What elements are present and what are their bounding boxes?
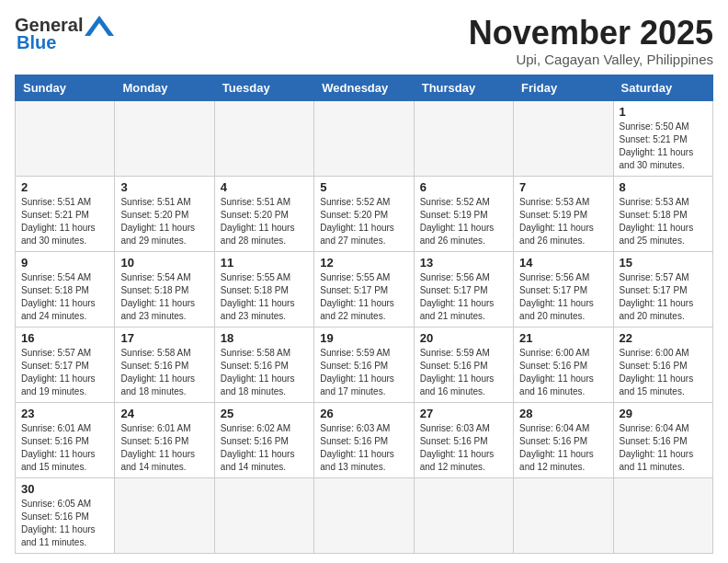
page-header: General Blue November 2025 Upi, Cagayan … xyxy=(15,15,713,67)
header-saturday: Saturday xyxy=(613,75,712,100)
table-row: 29Sunrise: 6:04 AMSunset: 5:16 PMDayligh… xyxy=(613,402,712,477)
day-number: 16 xyxy=(21,331,108,345)
table-row: 24Sunrise: 6:01 AMSunset: 5:16 PMDayligh… xyxy=(115,402,214,477)
day-info: Sunrise: 5:58 AMSunset: 5:16 PMDaylight:… xyxy=(120,347,208,398)
table-row: 21Sunrise: 6:00 AMSunset: 5:16 PMDayligh… xyxy=(514,327,613,402)
day-info: Sunrise: 5:50 AMSunset: 5:21 PMDaylight:… xyxy=(620,121,707,172)
table-row xyxy=(314,100,414,176)
day-number: 1 xyxy=(620,105,707,119)
day-info: Sunrise: 6:01 AMSunset: 5:16 PMDaylight:… xyxy=(120,422,208,474)
day-number: 8 xyxy=(620,180,707,194)
day-info: Sunrise: 5:54 AMSunset: 5:18 PMDaylight:… xyxy=(21,271,108,323)
day-number: 25 xyxy=(221,407,308,420)
table-row: 10Sunrise: 5:54 AMSunset: 5:18 PMDayligh… xyxy=(115,251,214,327)
day-info: Sunrise: 5:57 AMSunset: 5:17 PMDaylight:… xyxy=(21,347,108,398)
header-thursday: Thursday xyxy=(414,75,513,100)
day-info: Sunrise: 5:51 AMSunset: 5:21 PMDaylight:… xyxy=(21,196,108,247)
day-number: 6 xyxy=(420,180,507,194)
day-info: Sunrise: 6:05 AMSunset: 5:16 PMDaylight:… xyxy=(21,498,108,549)
table-row: 16Sunrise: 5:57 AMSunset: 5:17 PMDayligh… xyxy=(16,327,115,402)
table-row xyxy=(414,100,513,176)
calendar-week-row: 23Sunrise: 6:01 AMSunset: 5:16 PMDayligh… xyxy=(16,402,713,477)
day-number: 11 xyxy=(221,256,308,270)
table-row: 18Sunrise: 5:58 AMSunset: 5:16 PMDayligh… xyxy=(214,327,313,402)
table-row xyxy=(514,477,613,553)
table-row: 25Sunrise: 6:02 AMSunset: 5:16 PMDayligh… xyxy=(214,402,313,477)
day-number: 23 xyxy=(21,407,108,420)
day-number: 5 xyxy=(320,180,407,194)
day-info: Sunrise: 5:54 AMSunset: 5:18 PMDaylight:… xyxy=(120,271,208,323)
table-row: 15Sunrise: 5:57 AMSunset: 5:17 PMDayligh… xyxy=(613,251,712,327)
day-info: Sunrise: 6:02 AMSunset: 5:16 PMDaylight:… xyxy=(221,422,308,474)
table-row: 19Sunrise: 5:59 AMSunset: 5:16 PMDayligh… xyxy=(314,327,414,402)
table-row: 6Sunrise: 5:52 AMSunset: 5:19 PMDaylight… xyxy=(414,176,513,251)
day-info: Sunrise: 5:55 AMSunset: 5:18 PMDaylight:… xyxy=(221,271,308,323)
day-number: 27 xyxy=(420,407,507,420)
day-info: Sunrise: 5:53 AMSunset: 5:19 PMDaylight:… xyxy=(519,196,607,247)
table-row: 9Sunrise: 5:54 AMSunset: 5:18 PMDaylight… xyxy=(16,251,115,327)
day-number: 3 xyxy=(120,180,208,194)
day-number: 21 xyxy=(519,331,607,345)
day-info: Sunrise: 5:56 AMSunset: 5:17 PMDaylight:… xyxy=(519,271,607,323)
day-number: 18 xyxy=(221,331,308,345)
day-number: 28 xyxy=(519,407,607,420)
calendar-week-row: 16Sunrise: 5:57 AMSunset: 5:17 PMDayligh… xyxy=(16,327,713,402)
day-number: 9 xyxy=(21,256,108,270)
day-info: Sunrise: 5:52 AMSunset: 5:19 PMDaylight:… xyxy=(420,196,507,247)
table-row: 20Sunrise: 5:59 AMSunset: 5:16 PMDayligh… xyxy=(414,327,513,402)
header-monday: Monday xyxy=(115,75,214,100)
day-number: 14 xyxy=(519,256,607,270)
table-row xyxy=(613,477,712,553)
day-info: Sunrise: 5:51 AMSunset: 5:20 PMDaylight:… xyxy=(120,196,208,247)
day-info: Sunrise: 5:52 AMSunset: 5:20 PMDaylight:… xyxy=(320,196,407,247)
logo-icon xyxy=(85,16,114,36)
logo-blue: Blue xyxy=(17,32,56,53)
header-sunday: Sunday xyxy=(16,75,115,100)
day-info: Sunrise: 6:04 AMSunset: 5:16 PMDaylight:… xyxy=(519,422,607,474)
table-row: 17Sunrise: 5:58 AMSunset: 5:16 PMDayligh… xyxy=(115,327,214,402)
table-row: 4Sunrise: 5:51 AMSunset: 5:20 PMDaylight… xyxy=(214,176,313,251)
day-number: 12 xyxy=(320,256,407,270)
table-row: 27Sunrise: 6:03 AMSunset: 5:16 PMDayligh… xyxy=(414,402,513,477)
day-info: Sunrise: 5:58 AMSunset: 5:16 PMDaylight:… xyxy=(221,347,308,398)
table-row xyxy=(214,477,313,553)
header-friday: Friday xyxy=(514,75,613,100)
table-row: 22Sunrise: 6:00 AMSunset: 5:16 PMDayligh… xyxy=(613,327,712,402)
day-info: Sunrise: 5:51 AMSunset: 5:20 PMDaylight:… xyxy=(221,196,308,247)
day-info: Sunrise: 6:00 AMSunset: 5:16 PMDaylight:… xyxy=(620,347,707,398)
day-number: 13 xyxy=(420,256,507,270)
day-number: 10 xyxy=(120,256,208,270)
day-info: Sunrise: 5:57 AMSunset: 5:17 PMDaylight:… xyxy=(620,271,707,323)
table-row: 30Sunrise: 6:05 AMSunset: 5:16 PMDayligh… xyxy=(16,477,115,553)
calendar-week-row: 30Sunrise: 6:05 AMSunset: 5:16 PMDayligh… xyxy=(16,477,713,553)
table-row: 28Sunrise: 6:04 AMSunset: 5:16 PMDayligh… xyxy=(514,402,613,477)
calendar-week-row: 9Sunrise: 5:54 AMSunset: 5:18 PMDaylight… xyxy=(16,251,713,327)
header-tuesday: Tuesday xyxy=(214,75,313,100)
table-row xyxy=(115,100,214,176)
logo-area: General Blue xyxy=(15,15,114,53)
day-number: 19 xyxy=(320,331,407,345)
month-title: November 2025 xyxy=(469,15,713,52)
table-row: 12Sunrise: 5:55 AMSunset: 5:17 PMDayligh… xyxy=(314,251,414,327)
table-row xyxy=(214,100,313,176)
day-info: Sunrise: 6:00 AMSunset: 5:16 PMDaylight:… xyxy=(519,347,607,398)
day-number: 15 xyxy=(620,256,707,270)
day-number: 22 xyxy=(620,331,707,345)
table-row: 11Sunrise: 5:55 AMSunset: 5:18 PMDayligh… xyxy=(214,251,313,327)
day-info: Sunrise: 5:56 AMSunset: 5:17 PMDaylight:… xyxy=(420,271,507,323)
day-info: Sunrise: 5:59 AMSunset: 5:16 PMDaylight:… xyxy=(320,347,407,398)
calendar-week-row: 1Sunrise: 5:50 AMSunset: 5:21 PMDaylight… xyxy=(16,100,713,176)
table-row xyxy=(314,477,414,553)
day-info: Sunrise: 5:53 AMSunset: 5:18 PMDaylight:… xyxy=(620,196,707,247)
table-row: 26Sunrise: 6:03 AMSunset: 5:16 PMDayligh… xyxy=(314,402,414,477)
day-info: Sunrise: 6:03 AMSunset: 5:16 PMDaylight:… xyxy=(320,422,407,474)
table-row: 1Sunrise: 5:50 AMSunset: 5:21 PMDaylight… xyxy=(613,100,712,176)
day-number: 17 xyxy=(120,331,208,345)
day-number: 20 xyxy=(420,331,507,345)
day-number: 30 xyxy=(21,482,108,496)
table-row: 2Sunrise: 5:51 AMSunset: 5:21 PMDaylight… xyxy=(16,176,115,251)
table-row: 5Sunrise: 5:52 AMSunset: 5:20 PMDaylight… xyxy=(314,176,414,251)
day-number: 24 xyxy=(120,407,208,420)
calendar-table: Sunday Monday Tuesday Wednesday Thursday… xyxy=(15,75,713,554)
table-row: 3Sunrise: 5:51 AMSunset: 5:20 PMDaylight… xyxy=(115,176,214,251)
